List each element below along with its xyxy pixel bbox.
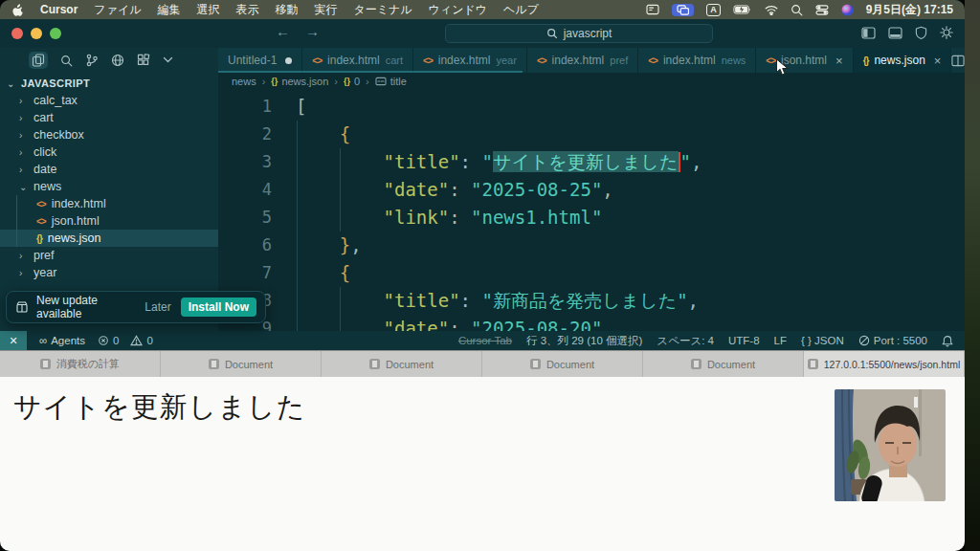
code-text: "title": "サイトを更新しました", [296, 148, 702, 176]
code-line-4[interactable]: 4 "date": "2025-08-25", [218, 176, 965, 204]
code-token [296, 151, 384, 172]
close-window-button[interactable] [11, 28, 23, 39]
code-line-6[interactable]: 6 }, [218, 231, 965, 259]
code-line-8[interactable]: 8 "title": "新商品を発売しました", [218, 287, 965, 315]
sidebar-item-news[interactable]: ⌄news [0, 178, 218, 195]
split-editor-icon[interactable] [951, 55, 965, 67]
siri-icon[interactable] [841, 4, 854, 16]
page-favicon [691, 359, 702, 369]
code-editor[interactable]: 1[2 {3 "title": "サイトを更新しました",4 "date": "… [218, 90, 965, 331]
menu-item-3[interactable]: 表示 [235, 2, 258, 18]
status-item-4[interactable]: LF [774, 335, 787, 346]
wifi-icon[interactable] [765, 5, 778, 15]
panel-bottom-icon[interactable] [888, 27, 902, 39]
editor-tab-json-html[interactable]: <>json.html× [756, 48, 853, 73]
gear-icon[interactable] [940, 26, 953, 39]
sidebar-item-index-html[interactable]: <>index.html [0, 195, 218, 212]
editor-tab-index-html[interactable]: <>index.htmlcart [302, 48, 413, 73]
html-icon: <> [312, 55, 322, 66]
code-line-7[interactable]: 7 { [218, 259, 965, 287]
code-line-2[interactable]: 2 { [218, 121, 965, 148]
panel-left-icon[interactable] [861, 27, 876, 39]
menu-app-cursor[interactable]: Cursor [40, 3, 78, 16]
activity-remote-explorer-icon[interactable] [111, 54, 124, 67]
code-line-3[interactable]: 3 "title": "サイトを更新しました", [218, 148, 965, 176]
agents-status[interactable]: ∞ Agents [39, 335, 85, 346]
activity-files-icon[interactable] [29, 52, 48, 69]
sidebar-item-news-json[interactable]: {}news.json [0, 230, 218, 247]
browser-tab-1[interactable]: Document [161, 351, 322, 377]
menu-item-2[interactable]: 選択 [196, 2, 219, 18]
status-item-6[interactable]: Port : 5500 [858, 335, 927, 346]
screen-mirroring-active[interactable] [672, 4, 694, 16]
battery-icon[interactable] [733, 5, 752, 14]
later-button[interactable]: Later [145, 300, 170, 314]
sidebar-item-json-html[interactable]: <>json.html [0, 212, 218, 230]
control-center-icon[interactable] [815, 5, 829, 15]
status-item-0[interactable]: Cursor Tab [458, 335, 512, 346]
sidebar-item-click[interactable]: ›click [0, 143, 218, 161]
browser-tab-2[interactable]: Document [322, 351, 482, 377]
status-item-3[interactable]: UTF-8 [728, 335, 760, 346]
remote-indicator[interactable]: ✕ [0, 331, 27, 350]
activity-source-control-icon[interactable] [85, 54, 99, 67]
activity-search-icon[interactable] [60, 55, 73, 67]
command-search-box[interactable]: javascript [445, 24, 713, 43]
forward-icon[interactable]: → [305, 23, 320, 39]
code-line-9[interactable]: 9 "date": "2025-08-20", [218, 315, 965, 331]
problems-status[interactable]: 0 0 [98, 335, 153, 346]
menu-item-1[interactable]: 編集 [157, 2, 180, 18]
code-line-1[interactable]: 1[ [218, 93, 965, 121]
menu-item-7[interactable]: ウィンドウ [429, 2, 487, 18]
sidebar-item-year[interactable]: ›year [0, 264, 218, 281]
input-source-icon[interactable]: A [706, 4, 721, 16]
explorer-root-header[interactable]: ⌄ JAVASCRIPT [0, 73, 218, 92]
shield-icon[interactable] [915, 26, 927, 39]
code-line-5[interactable]: 5 "link": "news1.html" [218, 204, 965, 231]
apple-menu-icon[interactable] [11, 3, 24, 17]
search-icon[interactable] [791, 4, 803, 16]
sidebar-item-checkbox[interactable]: ›checkbox [0, 126, 218, 143]
agents-label: Agents [51, 335, 85, 346]
browser-tab-0[interactable]: 消費税の計算 [0, 351, 161, 377]
line-number: 7 [218, 259, 272, 287]
close-icon[interactable]: × [934, 55, 942, 67]
breadcrumb-item-1[interactable]: {}news.json [271, 76, 328, 87]
sidebar-item-cart[interactable]: ›cart [0, 109, 218, 126]
warning-count: 0 [146, 335, 152, 346]
code-token: "news1.html" [471, 207, 602, 228]
minimize-window-button[interactable] [31, 28, 42, 39]
browser-tab-5[interactable]: 127.0.0.1:5500/news/json.html [804, 351, 965, 377]
breadcrumb-item-3[interactable]: title [375, 76, 407, 87]
menu-item-0[interactable]: ファイル [94, 2, 141, 18]
menu-item-4[interactable]: 移動 [275, 2, 298, 18]
status-item-1[interactable]: 行 3、列 29 (10 個選択) [526, 334, 642, 348]
editor-tab-index-html[interactable]: <>index.htmlpref [527, 48, 638, 73]
editor-tab-index-html[interactable]: <>index.htmlnews [638, 48, 756, 73]
status-item-7[interactable] [942, 335, 953, 347]
breadcrumb-item-2[interactable]: {}0 [344, 76, 360, 87]
close-icon[interactable]: × [835, 55, 843, 67]
editor-tab-news-json[interactable]: {}news.json× [854, 48, 952, 73]
sidebar-item-calc_tax[interactable]: ›calc_tax [0, 92, 218, 109]
sidebar-item-date[interactable]: ›date [0, 161, 218, 178]
activity-extensions-icon[interactable] [137, 54, 150, 67]
browser-tab-4[interactable]: Document [643, 351, 804, 377]
sidebar-item-pref[interactable]: ›pref [0, 247, 218, 264]
editor-tab-Untitled-1[interactable]: Untitled-1 [218, 48, 302, 73]
browser-tab-3[interactable]: Document [482, 351, 643, 377]
install-now-button[interactable]: Install Now [181, 298, 256, 317]
zoom-window-button[interactable] [50, 28, 61, 39]
activity-chevron-down-icon[interactable] [163, 56, 173, 64]
breadcrumb-item-0[interactable]: news [232, 76, 256, 87]
editor-tab-index-html[interactable]: <>index.htmlyear [413, 48, 527, 73]
menu-item-6[interactable]: ターミナル [353, 2, 412, 18]
menu-item-5[interactable]: 実行 [314, 2, 337, 18]
file-label: pref [33, 249, 55, 262]
status-label: Cursor Tab [458, 335, 512, 346]
menu-item-8[interactable]: ヘルプ [503, 2, 539, 18]
status-item-2[interactable]: スペース: 4 [657, 334, 714, 348]
status-item-5[interactable]: { } JSON [801, 335, 844, 346]
window-icon[interactable] [646, 4, 659, 15]
back-icon[interactable]: ← [276, 23, 290, 39]
